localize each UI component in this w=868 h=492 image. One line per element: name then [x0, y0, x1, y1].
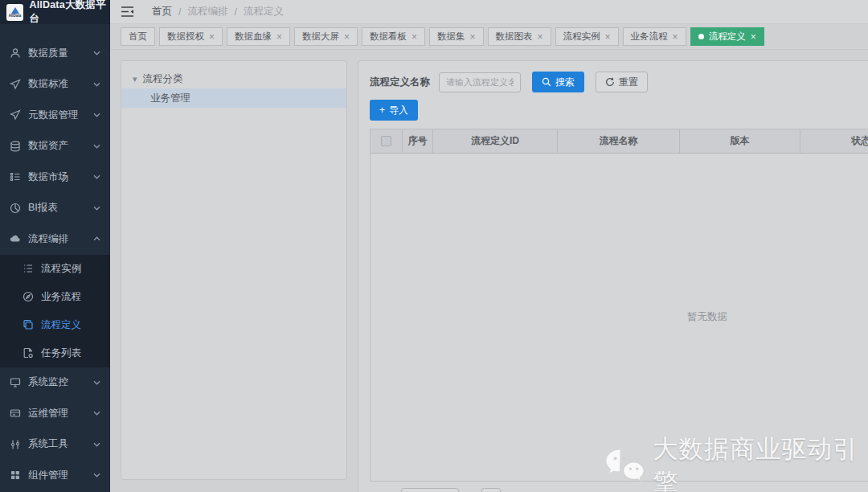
process-definition-name-input[interactable]	[439, 72, 521, 92]
process-definition-panel: 流程定义名称 搜索 重置 + 导入	[358, 60, 868, 492]
breadcrumb: 首页 / 流程编排 / 流程定义	[152, 5, 284, 18]
sidebar-item-process-instance[interactable]: 流程实例	[0, 255, 110, 283]
logo-text: AllData	[9, 14, 22, 18]
close-icon[interactable]: ×	[344, 32, 350, 42]
sidebar-item-label: 任务列表	[41, 346, 81, 360]
sidebar-item-label: 数据资产	[28, 139, 68, 153]
select-all-checkbox[interactable]	[381, 136, 391, 146]
sidebar-item-label: 系统监控	[28, 375, 68, 389]
page-size-select[interactable]: 10条/页	[401, 488, 460, 492]
breadcrumb-home[interactable]: 首页	[152, 5, 172, 18]
sidebar-item-business-process[interactable]: 业务流程	[0, 283, 110, 311]
close-icon[interactable]: ×	[751, 32, 756, 42]
sidebar-item-label: 流程编排	[28, 232, 68, 246]
database-icon	[9, 140, 21, 152]
page-number-button[interactable]: 1	[481, 488, 501, 492]
table-empty-body: 暂无数据	[371, 154, 868, 481]
sidebar-item-component-management[interactable]: 组件管理	[0, 460, 110, 491]
search-icon	[542, 77, 551, 87]
sidebar-item-label: 流程定义	[41, 318, 81, 332]
top-bar: 首页 / 流程编排 / 流程定义	[110, 0, 868, 24]
list-icon	[9, 171, 21, 183]
tab-label: 数据大屏	[302, 31, 339, 43]
tab-process-instance[interactable]: 流程实例×	[555, 27, 619, 46]
tab-data-chart[interactable]: 数据图表×	[488, 27, 551, 46]
app-logo[interactable]: AllData AllData大数据平台	[0, 0, 110, 24]
table-header-row: 序号 流程定义ID 流程名称 版本 状态	[371, 129, 868, 154]
tab-data-board[interactable]: 数据看板×	[362, 27, 425, 46]
content-area: ▾ 流程分类 业务管理 流程定义名称 搜索 重置	[110, 50, 868, 492]
chevron-down-icon	[93, 473, 100, 478]
chevron-down-icon	[93, 51, 100, 55]
sidebar-item-bi-report[interactable]: BI报表	[0, 193, 110, 224]
sidebar-item-metadata[interactable]: 元数据管理	[0, 100, 110, 131]
breadcrumb-process-orchestration[interactable]: 流程编排	[187, 5, 227, 18]
chevron-down-icon	[93, 144, 100, 149]
tab-home[interactable]: 首页	[121, 27, 155, 46]
sidebar-item-system-tools[interactable]: 系统工具	[0, 429, 110, 461]
tab-business-process[interactable]: 业务流程×	[623, 27, 686, 46]
table-header-version: 版本	[680, 129, 800, 153]
tab-process-definition[interactable]: 流程定义×	[690, 27, 764, 46]
search-button[interactable]: 搜索	[532, 72, 584, 92]
list-icon	[22, 263, 34, 275]
sidebar-item-data-assets[interactable]: 数据资产	[0, 131, 110, 162]
user-icon	[9, 47, 21, 59]
sidebar-item-label: 系统工具	[28, 437, 68, 451]
copy-icon	[22, 319, 34, 331]
close-icon[interactable]: ×	[538, 32, 543, 42]
chevron-down-icon	[93, 206, 100, 211]
caret-down-icon: ▾	[133, 74, 137, 84]
tab-label: 流程定义	[709, 31, 746, 43]
sidebar-collapse-icon[interactable]	[121, 6, 134, 18]
close-icon[interactable]: ×	[605, 32, 611, 42]
main-area: 首页 / 流程编排 / 流程定义 首页 数据授权× 数据血缘× 数据大屏× 数据…	[110, 0, 868, 492]
close-icon[interactable]: ×	[470, 32, 476, 42]
close-icon[interactable]: ×	[673, 32, 678, 42]
chevron-down-icon	[93, 411, 100, 416]
send-icon	[9, 109, 21, 121]
tab-bar: 首页 数据授权× 数据血缘× 数据大屏× 数据看板× 数据集× 数据图表× 流程…	[110, 24, 868, 50]
sidebar-item-label: 数据市场	[28, 170, 68, 184]
sidebar: AllData AllData大数据平台 数据质量 数据标准 元数据管理 数据资…	[0, 0, 110, 492]
tab-label: 流程实例	[563, 31, 600, 43]
tree-node-business-management[interactable]: 业务管理	[121, 88, 346, 108]
import-button[interactable]: + 导入	[370, 100, 418, 121]
compass-icon	[22, 291, 34, 303]
sidebar-item-label: 运维管理	[28, 407, 68, 420]
sidebar-item-process-definition[interactable]: 流程定义	[0, 311, 110, 339]
process-definition-table: 序号 流程定义ID 流程名称 版本 状态 暂无数据	[370, 129, 868, 482]
send-icon	[9, 78, 21, 90]
tree-root-label: 流程分类	[143, 72, 183, 86]
sidebar-submenu-process: 流程实例 业务流程 流程定义 任务列表	[0, 255, 110, 367]
breadcrumb-separator: /	[178, 6, 181, 18]
filter-row: 流程定义名称 搜索 重置	[358, 61, 868, 92]
table-header-definition-id: 流程定义ID	[433, 129, 558, 153]
breadcrumb-separator: /	[234, 6, 236, 18]
tab-data-screen[interactable]: 数据大屏×	[294, 27, 358, 46]
chevron-down-icon	[93, 442, 100, 447]
category-tree: ▾ 流程分类 业务管理	[121, 61, 346, 108]
sidebar-item-system-monitor[interactable]: 系统监控	[0, 367, 110, 399]
tree-root-process-category[interactable]: ▾ 流程分类	[121, 69, 346, 88]
sidebar-item-data-standard[interactable]: 数据标准	[0, 69, 110, 100]
tab-dataset[interactable]: 数据集×	[429, 27, 484, 46]
empty-state-text: 暂无数据	[687, 310, 727, 324]
tab-data-lineage[interactable]: 数据血缘×	[227, 27, 290, 46]
server-icon	[9, 408, 21, 420]
close-icon[interactable]: ×	[276, 32, 282, 42]
alldata-logo-icon: AllData	[6, 4, 23, 21]
chevron-down-icon	[93, 174, 100, 179]
sidebar-item-ops-management[interactable]: 运维管理	[0, 398, 110, 429]
sidebar-item-data-quality[interactable]: 数据质量	[0, 38, 110, 69]
refresh-icon	[605, 77, 615, 87]
sidebar-item-data-market[interactable]: 数据市场	[0, 162, 110, 193]
tab-label: 数据血缘	[235, 31, 272, 43]
close-icon[interactable]: ×	[411, 32, 417, 42]
tab-data-authorization[interactable]: 数据授权×	[159, 27, 223, 46]
tab-label: 首页	[129, 31, 147, 43]
sidebar-item-task-list[interactable]: 任务列表	[0, 339, 110, 367]
reset-button[interactable]: 重置	[596, 72, 648, 92]
sidebar-item-process-orchestration[interactable]: 流程编排	[0, 223, 110, 255]
close-icon[interactable]: ×	[209, 32, 215, 42]
